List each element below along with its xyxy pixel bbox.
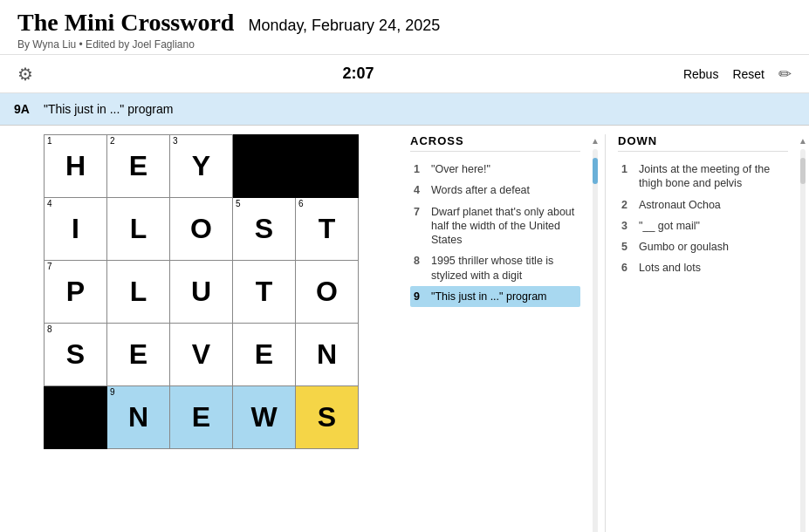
header-byline: By Wyna Liu • Edited by Joel Fagliano	[17, 38, 792, 51]
cell-letter: P	[66, 276, 85, 307]
grid-cell[interactable]: U	[170, 261, 233, 324]
down-title: DOWN	[618, 134, 788, 152]
clue-number: 6	[621, 261, 634, 275]
across-scrollbar[interactable]: ▲ ▼	[589, 134, 601, 532]
grid-cell[interactable]	[233, 135, 296, 198]
down-section: DOWN 1Joints at the meeting of the thigh…	[609, 134, 797, 532]
reset-button[interactable]: Reset	[732, 67, 764, 81]
scroll-thumb	[593, 158, 598, 184]
cell-letter: T	[319, 213, 336, 244]
grid-cell[interactable]: T	[233, 261, 296, 324]
clue-number: 1	[414, 162, 426, 176]
cell-letter: N	[317, 338, 337, 370]
clue-number: 7	[414, 205, 426, 248]
crossword-grid: 1H2E3Y4ILO5S6T7PLUTO8SEVEN9NEWS	[44, 134, 359, 449]
clue-text: 1995 thriller whose title is stylized wi…	[431, 254, 577, 283]
grid-cell[interactable]: 7P	[45, 261, 107, 324]
across-clue-item[interactable]: 9"This just in ..." program	[410, 286, 580, 307]
across-clue-item[interactable]: 4Words after a defeat	[410, 180, 580, 201]
grid-cell[interactable]: S	[296, 386, 359, 449]
grid-cell[interactable]: L	[107, 198, 170, 261]
cell-letter: N	[128, 401, 148, 433]
grid-cell[interactable]: 1H	[45, 135, 107, 198]
grid-cell[interactable]: 8S	[45, 324, 107, 386]
cell-number: 3	[173, 137, 178, 146]
clue-text: Astronaut Ochoa	[639, 198, 785, 212]
across-clue-item[interactable]: 81995 thriller whose title is stylized w…	[410, 250, 580, 286]
cell-letter: O	[316, 276, 338, 307]
grid-cell[interactable]: O	[296, 261, 359, 324]
cell-letter: Y	[192, 150, 210, 181]
pencil-icon[interactable]: ✏	[778, 65, 792, 84]
cell-letter: L	[130, 276, 147, 307]
down-scrollbar[interactable]: ▲ ▼	[797, 134, 809, 532]
clue-text: "__ got mail"	[639, 219, 785, 233]
scroll-track	[593, 149, 598, 532]
clue-banner-number: 9A	[14, 102, 30, 116]
clue-text: "This just in ..." program	[431, 290, 577, 304]
gear-icon[interactable]: ⚙	[17, 64, 33, 85]
clue-text: Joints at the meeting of the thigh bone …	[639, 162, 785, 191]
cell-letter: E	[255, 338, 273, 370]
cell-number: 9	[110, 388, 115, 397]
clue-number: 5	[621, 240, 634, 254]
grid-cell[interactable]: 5S	[233, 198, 296, 261]
down-clue-item[interactable]: 2Astronaut Ochoa	[618, 194, 788, 215]
timer-display: 2:07	[342, 65, 374, 83]
toolbar-right: Rebus Reset ✏	[683, 65, 792, 84]
cell-letter: S	[255, 213, 273, 244]
grid-cell[interactable]: N	[296, 324, 359, 386]
grid-cell[interactable]	[45, 386, 107, 449]
scroll-up-arrow[interactable]: ▲	[591, 136, 600, 146]
grid-cell[interactable]: 4I	[45, 198, 107, 261]
main-content: 1H2E3Y4ILO5S6T7PLUTO8SEVEN9NEWS ACROSS 1…	[0, 126, 809, 532]
across-section: ACROSS 1"Over here!"4Words after a defea…	[401, 134, 589, 532]
down-scroll-up-arrow[interactable]: ▲	[799, 136, 807, 146]
clue-number: 2	[621, 198, 634, 212]
grid-cell[interactable]: 2E	[107, 135, 170, 198]
title-row: The Mini Crossword Monday, February 24, …	[17, 9, 792, 37]
toolbar: ⚙ 2:07 Rebus Reset ✏	[0, 55, 809, 93]
grid-cell[interactable]: W	[233, 386, 296, 449]
app-container: The Mini Crossword Monday, February 24, …	[0, 0, 809, 532]
grid-cell[interactable]: V	[170, 324, 233, 386]
across-clue-item[interactable]: 1"Over here!"	[410, 159, 580, 180]
header: The Mini Crossword Monday, February 24, …	[0, 0, 809, 55]
header-date: Monday, February 24, 2025	[248, 17, 440, 35]
clue-number: 1	[621, 162, 634, 191]
grid-cell[interactable]: L	[107, 261, 170, 324]
grid-cell[interactable]: 6T	[296, 198, 359, 261]
down-clue-item[interactable]: 1Joints at the meeting of the thigh bone…	[618, 159, 788, 194]
cell-letter: T	[256, 276, 273, 307]
grid-cell[interactable]: E	[170, 386, 233, 449]
down-scroll-track	[800, 149, 806, 532]
down-clue-item[interactable]: 6Lots and lots	[618, 257, 788, 278]
grid-cell[interactable]: O	[170, 198, 233, 261]
clues-panel: ACROSS 1"Over here!"4Words after a defea…	[401, 126, 809, 532]
down-clue-item[interactable]: 5Gumbo or goulash	[618, 236, 788, 257]
across-clue-list: 1"Over here!"4Words after a defeat7Dwarf…	[410, 159, 580, 307]
cell-letter: I	[72, 213, 79, 244]
down-clue-item[interactable]: 3"__ got mail"	[618, 215, 788, 236]
cell-letter: H	[65, 150, 86, 181]
clue-text: "Over here!"	[431, 162, 577, 176]
cell-letter: E	[192, 401, 210, 433]
cell-number: 6	[298, 200, 304, 208]
cell-number: 2	[110, 137, 115, 146]
grid-cell[interactable]: 3Y	[170, 135, 233, 198]
clue-number: 3	[621, 219, 634, 233]
cell-letter: U	[191, 276, 211, 307]
clue-text: Lots and lots	[639, 261, 785, 275]
across-title: ACROSS	[410, 134, 580, 152]
clue-text: Gumbo or goulash	[639, 240, 785, 254]
rebus-button[interactable]: Rebus	[683, 67, 718, 81]
across-clue-item[interactable]: 7Dwarf planet that's only about half the…	[410, 201, 580, 251]
grid-cell[interactable]: 9N	[107, 386, 170, 449]
grid-panel: 1H2E3Y4ILO5S6T7PLUTO8SEVEN9NEWS	[0, 126, 401, 532]
down-scroll-thumb	[800, 158, 806, 184]
grid-cell[interactable]: E	[107, 324, 170, 386]
grid-cell[interactable]	[296, 135, 359, 198]
grid-cell[interactable]: E	[233, 324, 296, 386]
cell-letter: L	[130, 213, 147, 244]
down-clue-list: 1Joints at the meeting of the thigh bone…	[618, 159, 788, 279]
